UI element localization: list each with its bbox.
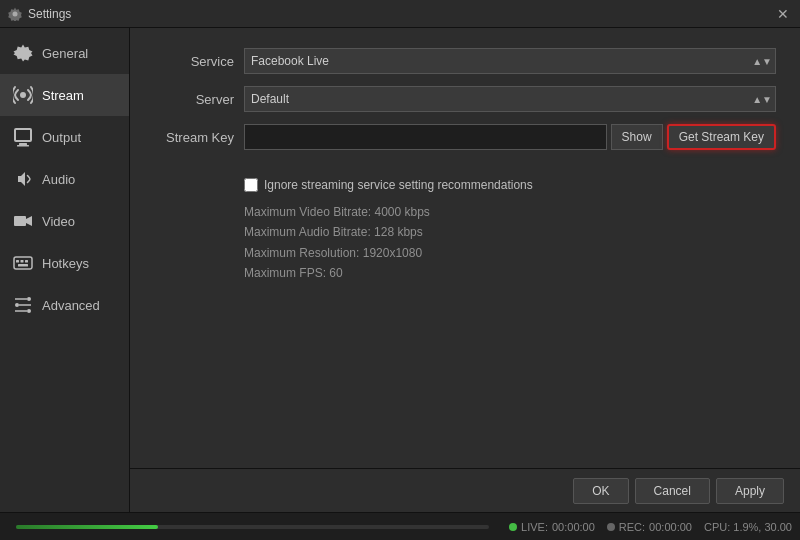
get-stream-key-button[interactable]: Get Stream Key xyxy=(667,124,776,150)
svg-rect-3 xyxy=(15,129,31,141)
progress-bar-fill xyxy=(16,525,158,529)
ok-button[interactable]: OK xyxy=(573,478,628,504)
cancel-button[interactable]: Cancel xyxy=(635,478,710,504)
stream-info: Maximum Video Bitrate: 4000 kbps Maximum… xyxy=(244,202,776,284)
svg-rect-5 xyxy=(17,145,29,147)
service-row: Service Facebook Live Twitch YouTube ▲▼ xyxy=(154,48,776,74)
server-label: Server xyxy=(154,92,234,107)
svg-rect-6 xyxy=(14,216,26,226)
svg-point-2 xyxy=(20,92,26,98)
server-select-wrapper: Default ▲▼ xyxy=(244,86,776,112)
title-bar: Settings ✕ xyxy=(0,0,800,28)
live-segment: LIVE: 00:00:00 xyxy=(509,521,595,533)
live-time: 00:00:00 xyxy=(552,521,595,533)
cpu-label: CPU: 1.9%, 30.00 xyxy=(704,521,792,533)
svg-rect-11 xyxy=(18,264,28,267)
sidebar-label-audio: Audio xyxy=(42,172,75,187)
rec-label: REC: xyxy=(619,521,645,533)
output-icon xyxy=(12,126,34,148)
rec-segment: REC: 00:00:00 xyxy=(607,521,692,533)
checkbox-section: Ignore streaming service setting recomme… xyxy=(244,178,776,284)
settings-title-icon xyxy=(8,7,22,21)
svg-rect-8 xyxy=(16,260,19,263)
rec-time: 00:00:00 xyxy=(649,521,692,533)
sidebar-label-general: General xyxy=(42,46,88,61)
audio-icon xyxy=(12,168,34,190)
info-line4: Maximum FPS: 60 xyxy=(244,263,776,283)
bottom-bar: OK Cancel Apply xyxy=(130,468,800,512)
svg-point-12 xyxy=(27,297,31,301)
sidebar-item-audio[interactable]: Audio xyxy=(0,158,129,200)
info-line3: Maximum Resolution: 1920x1080 xyxy=(244,243,776,263)
status-bar: LIVE: 00:00:00 REC: 00:00:00 CPU: 1.9%, … xyxy=(0,512,800,540)
svg-point-13 xyxy=(15,303,19,307)
svg-point-14 xyxy=(27,309,31,313)
stream-key-input[interactable] xyxy=(244,124,607,150)
content-area: Service Facebook Live Twitch YouTube ▲▼ … xyxy=(130,28,800,512)
ignore-recommendations-label: Ignore streaming service setting recomme… xyxy=(264,178,533,192)
sidebar: General Stream xyxy=(0,28,130,512)
sidebar-label-hotkeys: Hotkeys xyxy=(42,256,89,271)
progress-bar xyxy=(16,525,489,529)
main-layout: General Stream xyxy=(0,28,800,512)
sidebar-item-output[interactable]: Output xyxy=(0,116,129,158)
server-row: Server Default ▲▼ xyxy=(154,86,776,112)
title-bar-left: Settings xyxy=(8,7,71,21)
svg-rect-4 xyxy=(19,143,27,145)
apply-button[interactable]: Apply xyxy=(716,478,784,504)
gear-icon xyxy=(12,42,34,64)
stream-key-label: Stream Key xyxy=(154,130,234,145)
info-line2: Maximum Audio Bitrate: 128 kbps xyxy=(244,222,776,242)
sidebar-item-advanced[interactable]: Advanced xyxy=(0,284,129,326)
sidebar-item-video[interactable]: Video xyxy=(0,200,129,242)
hotkeys-icon xyxy=(12,252,34,274)
sidebar-label-stream: Stream xyxy=(42,88,84,103)
ignore-recommendations-checkbox[interactable] xyxy=(244,178,258,192)
stream-icon xyxy=(12,84,34,106)
rec-dot xyxy=(607,523,615,531)
svg-rect-9 xyxy=(21,260,24,263)
svg-rect-10 xyxy=(25,260,28,263)
title-text: Settings xyxy=(28,7,71,21)
live-dot xyxy=(509,523,517,531)
sidebar-item-general[interactable]: General xyxy=(0,32,129,74)
checkbox-row: Ignore streaming service setting recomme… xyxy=(244,178,776,192)
live-label: LIVE: xyxy=(521,521,548,533)
service-select[interactable]: Facebook Live Twitch YouTube xyxy=(244,48,776,74)
sidebar-label-video: Video xyxy=(42,214,75,229)
stream-key-row: Stream Key Show Get Stream Key xyxy=(154,124,776,150)
service-select-wrapper: Facebook Live Twitch YouTube ▲▼ xyxy=(244,48,776,74)
advanced-icon xyxy=(12,294,34,316)
sidebar-item-stream[interactable]: Stream xyxy=(0,74,129,116)
sidebar-label-advanced: Advanced xyxy=(42,298,100,313)
close-button[interactable]: ✕ xyxy=(774,5,792,23)
sidebar-item-hotkeys[interactable]: Hotkeys xyxy=(0,242,129,284)
show-button[interactable]: Show xyxy=(611,124,663,150)
sidebar-label-output: Output xyxy=(42,130,81,145)
service-label: Service xyxy=(154,54,234,69)
svg-rect-7 xyxy=(14,257,32,269)
video-icon xyxy=(12,210,34,232)
info-line1: Maximum Video Bitrate: 4000 kbps xyxy=(244,202,776,222)
cpu-segment: CPU: 1.9%, 30.00 xyxy=(704,521,792,533)
server-select[interactable]: Default xyxy=(244,86,776,112)
